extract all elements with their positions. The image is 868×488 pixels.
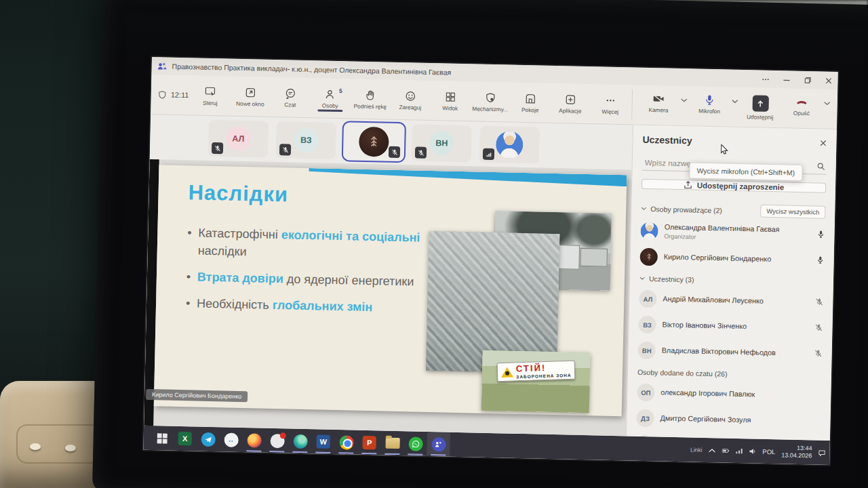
- section-attendees[interactable]: Uczestnicy (3): [639, 274, 824, 287]
- chevron-down-icon[interactable]: [681, 97, 688, 104]
- video-tile[interactable]: ВН: [412, 124, 472, 162]
- chat-bubble-icon: [285, 87, 296, 99]
- mic-button[interactable]: Mikrofon: [690, 90, 729, 117]
- exclusion-zone-sign-photo: СТІЙ! ЗАБОРОНЕНА ЗОНА: [481, 350, 591, 413]
- taskbar-app-chrome[interactable]: [334, 430, 358, 454]
- panel-title: Uczestnicy: [642, 134, 692, 146]
- mouse-cursor: [718, 144, 728, 156]
- participant-initials: ВЗ: [638, 316, 656, 334]
- control-button[interactable]: Steruj: [191, 82, 230, 109]
- leave-button[interactable]: Opuść: [782, 92, 821, 119]
- mic-off-icon: [391, 148, 397, 155]
- avatar: [640, 222, 658, 241]
- slide-title: Наслідки: [188, 180, 288, 207]
- apps-button[interactable]: Aplikacje: [551, 89, 590, 117]
- keyboard-language[interactable]: POL: [762, 447, 775, 455]
- more-actions-button[interactable]: Więcej: [591, 91, 630, 118]
- avatar: [639, 248, 658, 266]
- mic-off-badge: [389, 146, 400, 158]
- arrow-emblem-icon: [644, 252, 653, 261]
- chevron-up-icon[interactable]: [708, 447, 715, 454]
- mic-off-icon: [281, 146, 288, 153]
- participant-initials: АЛ: [639, 290, 657, 308]
- rooms-button[interactable]: Pokoje: [511, 89, 550, 116]
- mute-all-button[interactable]: Wycisz wszystkich: [760, 205, 825, 219]
- windows-logo-icon: [156, 432, 167, 444]
- participant-initials: ОП: [637, 384, 655, 402]
- teams-logo-icon: [157, 61, 167, 70]
- people-button[interactable]: 5 Osoby: [311, 85, 350, 112]
- mail-icon: [270, 433, 284, 447]
- taskbar-app-teams[interactable]: [427, 432, 450, 456]
- chevron-down-icon[interactable]: [732, 98, 738, 105]
- battery-icon[interactable]: [722, 447, 729, 454]
- search-icon: [817, 162, 825, 170]
- raise-hand-button[interactable]: Podnieś rękę: [351, 85, 390, 113]
- participant-row[interactable]: Кирило Сергійович Бондаренко: [639, 244, 825, 274]
- taskbar-app-powerpoint[interactable]: P: [357, 431, 381, 455]
- hangup-icon: [796, 96, 808, 108]
- close-icon[interactable]: [825, 77, 832, 84]
- new-window-button[interactable]: Nowe okno: [231, 83, 270, 110]
- taskbar-app-word[interactable]: W: [311, 430, 335, 453]
- presentation-slide: Наслідки Катастрофічні екологічні та соц…: [154, 165, 627, 416]
- mechanisms-button[interactable]: Mechanizmy...: [471, 88, 510, 115]
- taskbar-app-edge[interactable]: [288, 430, 312, 453]
- video-tile[interactable]: [479, 126, 540, 164]
- taskbar-app-firefox[interactable]: [242, 428, 266, 452]
- camera-off-icon: [653, 93, 665, 104]
- action-center-icon[interactable]: [818, 449, 825, 456]
- taskbar-app-telegram[interactable]: [196, 428, 220, 451]
- screen-control-icon: [205, 85, 216, 97]
- avatar: [359, 127, 389, 157]
- react-button[interactable]: Zareaguj: [391, 86, 430, 113]
- restore-icon[interactable]: [804, 76, 811, 83]
- more-icon[interactable]: [762, 75, 769, 83]
- system-tray: Linki POL 13:4413.04.2026: [690, 442, 826, 460]
- section-presenters[interactable]: Osoby prowadzące (2) Wycisz wszystkich: [641, 202, 825, 219]
- notification-badge: [279, 432, 285, 439]
- network-icon[interactable]: [735, 447, 743, 454]
- mute-mic-tooltip: Wycisz mikrofon (Ctrl+Shift+M): [689, 162, 802, 181]
- participant-row[interactable]: АЛ Андрій Михайлович Леусенко: [639, 286, 824, 316]
- mic-on-icon[interactable]: [816, 228, 825, 241]
- video-tile[interactable]: АЛ: [208, 120, 269, 158]
- taskbar-clock[interactable]: 13:4413.04.2026: [781, 444, 812, 460]
- toolbar-center-group: Steruj Nowe okno Czat 5 Osoby Podn: [191, 82, 630, 118]
- minimize-icon[interactable]: [783, 76, 790, 83]
- participant-row[interactable]: Олександра Валентинівна ГаєваяOrganizato…: [640, 218, 825, 248]
- mic-off-icon[interactable]: [814, 348, 822, 360]
- firefox-icon: [247, 433, 261, 447]
- section-chat-added[interactable]: Osoby dodane do czatu (26): [637, 368, 822, 380]
- video-tile-selected[interactable]: [344, 123, 404, 161]
- slide-bullet: Втрата довіри до ядерної енергетики: [186, 268, 451, 291]
- taskbar-app-excel[interactable]: X: [173, 427, 197, 451]
- mic-off-icon[interactable]: [815, 296, 823, 308]
- taskbar-app-teamviewer[interactable]: ↔: [219, 428, 243, 451]
- camera-button[interactable]: Kamera: [639, 89, 678, 117]
- participant-row[interactable]: ВЗ Віктор Іванович Зінченко: [638, 312, 823, 342]
- excel-icon: X: [178, 432, 192, 445]
- share-button[interactable]: Udostępnij: [741, 92, 780, 123]
- participant-row[interactable]: ВН Владислав Вікторович Нефьодов: [637, 338, 823, 367]
- share-invite-button[interactable]: Udostępnij zaproszenie: [642, 179, 826, 193]
- chevron-down-icon[interactable]: [824, 100, 831, 107]
- slide-ribbon: [309, 168, 627, 186]
- taskbar-app-mail[interactable]: [265, 429, 289, 453]
- view-button[interactable]: Widok: [431, 87, 470, 114]
- radiation-triangle-icon: [500, 367, 513, 378]
- edge-icon: [293, 434, 307, 448]
- participant-row[interactable]: ДЗ Дмитро Сергійович Зозуля: [636, 405, 821, 435]
- participant-initials: ДЗ: [636, 409, 654, 428]
- mic-off-icon[interactable]: [814, 322, 823, 334]
- start-button[interactable]: [150, 426, 174, 450]
- volume-icon[interactable]: [749, 447, 756, 455]
- raised-hand-icon: [365, 89, 376, 100]
- taskbar-app-folder[interactable]: [380, 432, 404, 455]
- chat-button[interactable]: Czat: [271, 83, 310, 110]
- close-panel-button[interactable]: [819, 138, 827, 150]
- mic-on-icon[interactable]: [816, 254, 824, 266]
- taskbar-app-whatsapp[interactable]: [403, 432, 427, 455]
- video-tile[interactable]: ВЗ: [276, 121, 336, 159]
- participant-row[interactable]: ОП олександр Ігорович Павлюк: [637, 380, 822, 409]
